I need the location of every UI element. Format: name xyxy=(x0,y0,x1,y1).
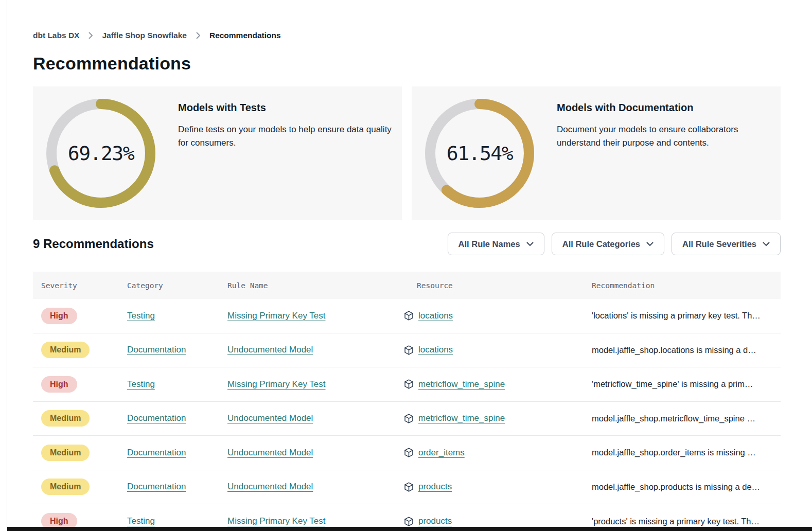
table-row: High Testing Missing Primary Key Test lo… xyxy=(33,299,781,333)
bottom-cutoff-bar xyxy=(7,527,812,531)
resource-link[interactable]: locations xyxy=(418,345,453,355)
tests-card-description: Define tests on your models to help ensu… xyxy=(178,123,402,150)
documentation-percent-value: 61.54% xyxy=(423,97,536,210)
list-header: 9 Recommendations All Rule Names All Rul… xyxy=(33,233,781,255)
category-link[interactable]: Documentation xyxy=(127,345,186,355)
chevron-right-icon xyxy=(88,32,93,39)
tests-card-title: Models with Tests xyxy=(178,102,402,114)
table-row: Medium Documentation Undocumented Model … xyxy=(33,402,781,436)
severity-badge: High xyxy=(41,308,77,324)
model-cube-icon xyxy=(403,413,414,424)
tests-percent-value: 69.23% xyxy=(44,97,157,210)
table-body: High Testing Missing Primary Key Test lo… xyxy=(33,299,781,531)
model-cube-icon xyxy=(403,447,414,458)
table-row: High Testing Missing Primary Key Test me… xyxy=(33,367,781,402)
column-header-resource: Resource xyxy=(403,281,592,290)
category-link[interactable]: Testing xyxy=(127,379,155,389)
breadcrumb-item-recommendations: Recommendations xyxy=(209,31,281,40)
breadcrumb: dbt Labs DX Jaffle Shop Snowflake Recomm… xyxy=(33,31,781,40)
table-row: Medium Documentation Undocumented Model … xyxy=(33,470,781,505)
resource-link[interactable]: locations xyxy=(418,311,453,321)
rule-name-link[interactable]: Undocumented Model xyxy=(227,482,313,491)
rule-name-link[interactable]: Missing Primary Key Test xyxy=(227,311,326,321)
rule-name-link[interactable]: Missing Primary Key Test xyxy=(227,379,326,389)
table-row: Medium Documentation Undocumented Model … xyxy=(33,436,781,470)
model-cube-icon xyxy=(403,516,414,527)
resource-link[interactable]: metricflow_time_spine xyxy=(418,379,505,390)
column-header-rule-name: Rule Name xyxy=(227,281,403,290)
severity-badge: Medium xyxy=(41,445,90,461)
recommendation-text: 'metricflow_time_spine' is missing a pri… xyxy=(592,379,753,388)
model-cube-icon xyxy=(403,379,414,390)
recommendation-text: model.jaffle_shop.order_items is missing… xyxy=(592,448,756,457)
severity-badge: High xyxy=(41,376,77,393)
recommendation-text: 'locations' is missing a primary key tes… xyxy=(592,311,761,320)
table-row: Medium Documentation Undocumented Model … xyxy=(33,333,781,368)
rule-name-link[interactable]: Undocumented Model xyxy=(227,413,313,423)
rule-names-filter-label: All Rule Names xyxy=(458,239,520,249)
rule-name-link[interactable]: Missing Primary Key Test xyxy=(227,516,326,526)
model-cube-icon xyxy=(403,310,414,321)
sidebar-divider xyxy=(7,0,7,531)
rule-severities-filter-dropdown[interactable]: All Rule Severities xyxy=(672,233,781,255)
severity-badge: Medium xyxy=(41,342,90,358)
column-header-category: Category xyxy=(127,281,227,290)
chevron-down-icon xyxy=(646,242,654,246)
category-link[interactable]: Documentation xyxy=(127,448,186,457)
rule-severities-filter-label: All Rule Severities xyxy=(682,239,756,249)
chevron-right-icon xyxy=(196,32,201,39)
metric-cards: 69.23% Models with Tests Define tests on… xyxy=(33,86,781,220)
rule-categories-filter-label: All Rule Categories xyxy=(562,239,640,249)
table-header-row: Severity Category Rule Name Resource Rec… xyxy=(33,272,781,299)
category-link[interactable]: Testing xyxy=(127,311,155,321)
models-with-documentation-card: 61.54% Models with Documentation Documen… xyxy=(412,86,781,220)
rule-name-link[interactable]: Undocumented Model xyxy=(227,448,313,457)
category-link[interactable]: Testing xyxy=(127,516,155,526)
resource-link[interactable]: products xyxy=(418,516,452,526)
severity-badge: Medium xyxy=(41,479,90,495)
rule-names-filter-dropdown[interactable]: All Rule Names xyxy=(448,233,544,255)
rule-categories-filter-dropdown[interactable]: All Rule Categories xyxy=(552,233,664,255)
recommendation-text: model.jaffle_shop.products is missing a … xyxy=(592,482,760,491)
filter-bar: All Rule Names All Rule Categories All R… xyxy=(448,233,781,255)
documentation-card-title: Models with Documentation xyxy=(557,102,748,114)
recommendation-text: 'products' is missing a primary key test… xyxy=(592,517,760,526)
column-header-recommendation: Recommendation xyxy=(592,281,781,290)
resource-link[interactable]: metricflow_time_spine xyxy=(418,413,505,423)
chevron-down-icon xyxy=(763,242,770,246)
documentation-donut-chart: 61.54% xyxy=(423,97,536,210)
severity-badge: Medium xyxy=(41,410,90,427)
breadcrumb-item-dbt-labs-dx[interactable]: dbt Labs DX xyxy=(33,31,79,40)
recommendation-text: model.jaffle_shop.metricflow_time_spine … xyxy=(592,414,755,423)
recommendation-text: model.jaffle_shop.locations is missing a… xyxy=(592,345,756,355)
breadcrumb-item-project[interactable]: Jaffle Shop Snowflake xyxy=(102,31,187,40)
rule-name-link[interactable]: Undocumented Model xyxy=(227,345,313,355)
chevron-down-icon xyxy=(526,242,534,246)
documentation-card-description: Document your models to ensure collabora… xyxy=(557,123,748,150)
category-link[interactable]: Documentation xyxy=(127,482,186,491)
column-header-severity: Severity xyxy=(33,281,127,290)
resource-link[interactable]: products xyxy=(418,482,452,492)
main-content: dbt Labs DX Jaffle Shop Snowflake Recomm… xyxy=(33,0,781,531)
model-cube-icon xyxy=(403,482,414,492)
recommendations-table: Severity Category Rule Name Resource Rec… xyxy=(33,272,781,531)
model-cube-icon xyxy=(403,345,414,356)
page-title: Recommendations xyxy=(33,54,781,74)
models-with-tests-card: 69.23% Models with Tests Define tests on… xyxy=(33,86,402,220)
tests-donut-chart: 69.23% xyxy=(44,97,157,210)
recommendations-count: 9 Recommendations xyxy=(33,237,154,251)
resource-link[interactable]: order_items xyxy=(418,448,465,458)
category-link[interactable]: Documentation xyxy=(127,413,186,423)
